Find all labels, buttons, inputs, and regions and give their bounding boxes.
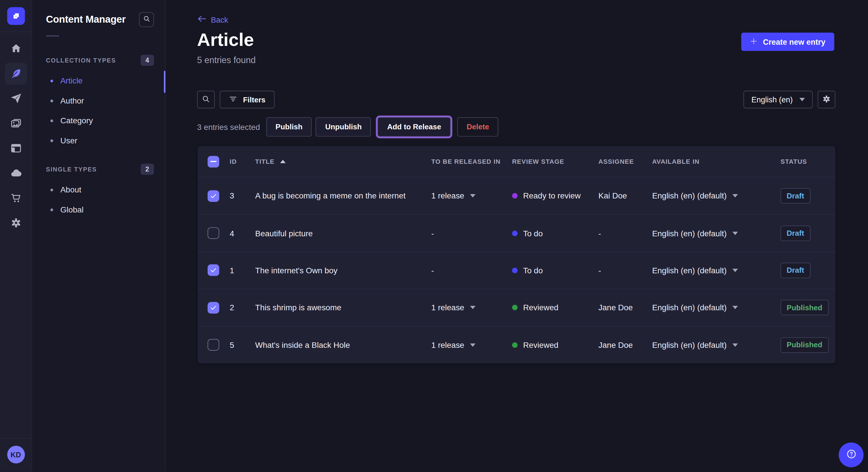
cell-assignee: Jane Doe	[595, 341, 649, 349]
filters-button[interactable]: Filters	[220, 91, 274, 108]
plus-icon	[750, 37, 757, 46]
section-count-badge: 2	[141, 164, 154, 175]
locale-caret-icon[interactable]	[732, 269, 738, 272]
cell-available-in: English (en) (default)	[649, 192, 774, 200]
row-checkbox[interactable]	[208, 190, 219, 202]
select-all-checkbox[interactable]	[208, 156, 219, 167]
review-stage-dot	[512, 193, 518, 198]
locale-label: English (en) (default)	[652, 266, 727, 275]
row-checkbox[interactable]	[208, 227, 219, 239]
release-caret-icon[interactable]	[470, 343, 475, 347]
sidebar-item-about[interactable]: About	[32, 180, 165, 200]
settings-gear-icon[interactable]	[5, 212, 27, 234]
bullet-icon	[51, 139, 53, 142]
cell-review-stage: To do	[508, 266, 595, 275]
sidebar-item-article[interactable]: Article	[32, 71, 165, 91]
cell-released-in: -	[428, 266, 509, 275]
sidebar-item-author[interactable]: Author	[32, 91, 165, 110]
table-row[interactable]: 1 The internet's Own boy - To do - Engli…	[198, 251, 836, 289]
column-header-id[interactable]: ID	[226, 158, 252, 165]
back-label: Back	[211, 15, 228, 24]
sidebar-item-label: Global	[60, 205, 84, 214]
cell-assignee: -	[595, 266, 649, 275]
locale-caret-icon[interactable]	[732, 343, 738, 347]
section-count-badge: 4	[141, 55, 154, 66]
row-checkbox[interactable]	[208, 265, 219, 276]
view-settings-button[interactable]	[818, 91, 836, 108]
app-window: KD Content Manager COLLECTION TYPES 4 Ar…	[0, 0, 868, 472]
publish-button[interactable]: Publish	[266, 117, 312, 137]
table-row[interactable]: 4 Beautiful picture - To do - English (e…	[198, 214, 836, 251]
column-header-status[interactable]: STATUS	[774, 158, 835, 165]
sidebar-sections: COLLECTION TYPES 4 Article Author Catego…	[32, 55, 165, 220]
column-header-review-stage[interactable]: REVIEW STAGE	[508, 158, 595, 165]
status-badge: Draft	[780, 225, 810, 241]
locale-caret-icon[interactable]	[732, 306, 738, 309]
delete-button[interactable]: Delete	[457, 117, 499, 137]
marketplace-cart-icon[interactable]	[5, 187, 27, 209]
review-stage-label: To do	[523, 229, 543, 238]
create-new-entry-label: Create new entry	[763, 37, 826, 46]
releases-paper-plane-icon[interactable]	[5, 88, 27, 109]
help-button[interactable]	[839, 442, 864, 467]
sidebar-item-label: Category	[60, 116, 93, 125]
status-badge: Draft	[780, 188, 810, 204]
check-icon	[210, 193, 217, 200]
table-row[interactable]: 3 A bug is becoming a meme on the intern…	[198, 177, 836, 214]
cell-title: The internet's Own boy	[252, 266, 428, 275]
cell-assignee: Jane Doe	[595, 303, 649, 312]
entries-count: 5 entries found	[197, 55, 256, 65]
review-stage-dot	[512, 305, 518, 310]
add-to-release-button[interactable]: Add to Release	[378, 117, 451, 137]
sort-ascending-icon[interactable]	[280, 160, 286, 163]
row-checkbox[interactable]	[208, 339, 219, 351]
chevron-down-icon	[799, 98, 805, 101]
home-icon[interactable]	[5, 38, 27, 60]
check-icon	[210, 267, 217, 274]
sidebar-item-user[interactable]: User	[32, 131, 165, 150]
column-header-released[interactable]: TO BE RELEASED IN	[428, 158, 509, 165]
release-caret-icon[interactable]	[470, 194, 475, 198]
column-header-title[interactable]: TITLE	[252, 158, 428, 165]
back-link[interactable]: Back	[197, 14, 228, 25]
section-label: SINGLE TYPES	[46, 166, 97, 173]
cell-available-in: English (en) (default)	[649, 341, 774, 349]
table-row[interactable]: 5 What's inside a Black Hole 1 release R…	[198, 326, 836, 363]
main-content: Back Article 5 entries found Create new …	[166, 0, 868, 472]
cell-assignee: Kai Doe	[595, 192, 649, 200]
cell-title: A bug is becoming a meme on the internet	[252, 192, 428, 200]
entries-table: ID TITLE TO BE RELEASED IN REVIEW STAGE …	[198, 146, 836, 363]
sidebar-search-button[interactable]	[139, 12, 154, 27]
unpublish-button[interactable]: Unpublish	[316, 117, 371, 137]
release-caret-icon[interactable]	[470, 306, 475, 309]
locale-caret-icon[interactable]	[732, 194, 738, 198]
row-checkbox[interactable]	[208, 302, 219, 314]
strapi-logo-icon[interactable]	[7, 7, 25, 25]
cell-title: What's inside a Black Hole	[252, 341, 428, 349]
question-circle-icon	[845, 448, 857, 462]
bullet-icon	[51, 119, 53, 122]
media-library-images-icon[interactable]	[5, 112, 27, 134]
locale-select[interactable]: English (en)	[744, 91, 813, 108]
user-avatar[interactable]: KD	[7, 446, 25, 463]
create-new-entry-button[interactable]: Create new entry	[741, 33, 834, 51]
sidebar-item-category[interactable]: Category	[32, 111, 165, 131]
content-type-builder-layout-icon[interactable]	[5, 137, 27, 159]
review-stage-label: Reviewed	[523, 303, 559, 312]
sidebar-item-global[interactable]: Global	[32, 200, 165, 220]
cell-released-in: 1 release	[428, 192, 509, 200]
release-count: 1 release	[431, 341, 464, 349]
cloud-icon[interactable]	[5, 162, 27, 184]
filters-label: Filters	[243, 96, 266, 104]
review-stage-label: Ready to review	[523, 192, 581, 200]
column-header-assignee[interactable]: ASSIGNEE	[595, 158, 649, 165]
table-row[interactable]: 2 This shrimp is awesome 1 release Revie…	[198, 289, 836, 326]
bullet-icon	[51, 79, 53, 82]
content-manager-feather-icon[interactable]	[5, 63, 27, 85]
table-search-button[interactable]	[197, 91, 215, 108]
locale-caret-icon[interactable]	[732, 231, 738, 235]
rail-nav	[5, 32, 27, 438]
column-header-available-in[interactable]: AVAILABLE IN	[649, 158, 774, 165]
locale-label: English (en) (default)	[652, 192, 727, 200]
cell-available-in: English (en) (default)	[649, 303, 774, 312]
